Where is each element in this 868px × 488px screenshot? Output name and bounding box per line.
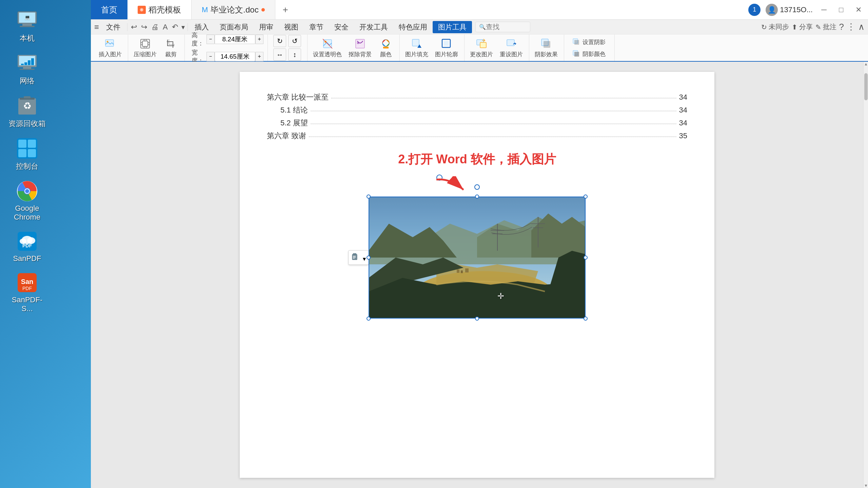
tab-home[interactable]: 首页 <box>91 0 127 19</box>
compress-button[interactable]: 压缩图片 <box>131 36 159 60</box>
desktop-icon-sanpdf[interactable]: PDF SanPDF <box>5 228 49 266</box>
menu-chapter[interactable]: 章节 <box>304 21 329 33</box>
rotate-right-button[interactable]: ↻ <box>273 35 286 47</box>
share-label: 分享 <box>799 22 813 32</box>
handle-bottom-right[interactable] <box>584 317 588 321</box>
tab-doc[interactable]: M 毕业论文.doc <box>191 0 275 19</box>
search-input[interactable] <box>486 23 527 31</box>
transparency-icon <box>321 38 334 50</box>
handle-top-mid[interactable] <box>475 195 479 199</box>
collapse-button[interactable]: ∧ <box>858 22 865 32</box>
outline-button[interactable]: 图片轮廓 <box>432 36 461 60</box>
menu-picture[interactable]: 图片工具 <box>433 21 472 33</box>
width-decrease-button[interactable]: － <box>206 52 215 61</box>
red-arrow-svg <box>416 176 484 195</box>
desktop-icon-chrome[interactable]: Google Chrome <box>5 178 49 224</box>
vertical-scrollbar[interactable]: ▲ ▼ <box>863 62 868 488</box>
rotate-buttons: ↻ ↺ ↔ ↕ <box>271 34 304 62</box>
search-box[interactable]: 🔍 <box>475 22 530 32</box>
computer-label: 本机 <box>20 33 35 43</box>
insert-picture-button[interactable]: 插入图片 <box>96 36 124 60</box>
svg-rect-51 <box>507 40 514 46</box>
insert-picture-label: 插入图片 <box>99 50 122 58</box>
svg-rect-12 <box>23 67 31 69</box>
svg-rect-50 <box>480 42 486 48</box>
handle-bottom-mid[interactable] <box>475 317 479 321</box>
document-scroll[interactable]: 第六章 比较一派至 34 5.1 结论 34 5.2 展望 34 <box>91 62 863 488</box>
bg-remove-button[interactable]: 抠除背景 <box>346 36 374 60</box>
width-increase-button[interactable]: ＋ <box>255 52 263 61</box>
handle-top-right[interactable] <box>584 195 588 199</box>
undo2-button[interactable]: ↶ <box>170 23 180 32</box>
desktop-icon-sanpdf2[interactable]: San PDF SanPDF-S... <box>5 269 49 316</box>
close-button[interactable]: ✕ <box>852 4 865 16</box>
user-profile[interactable]: 👤 13715O... <box>766 4 813 16</box>
menu-view[interactable]: 视图 <box>279 21 304 33</box>
menu-file[interactable]: 文件 <box>101 21 126 33</box>
handle-mid-right[interactable] <box>584 256 588 260</box>
desktop-icon-network[interactable]: 网络 <box>5 49 49 89</box>
share-button[interactable]: ⬆ 分享 <box>792 22 813 32</box>
image-wrapper: ▾ <box>369 197 586 319</box>
help-button[interactable]: ? <box>839 22 844 32</box>
width-input[interactable] <box>215 52 255 61</box>
menu-devtools[interactable]: 开发工具 <box>354 21 393 33</box>
rotate-left-button[interactable]: ↺ <box>288 35 301 47</box>
desktop-icon-recycle[interactable]: ♻ 资源回收箱 <box>5 92 49 131</box>
set-shadow-button[interactable]: 设置阴影 <box>570 36 608 47</box>
hamburger-icon[interactable]: ≡ <box>94 22 99 32</box>
minimize-button[interactable]: ─ <box>818 4 830 16</box>
user-num: 1 <box>753 6 756 13</box>
flip-h-button[interactable]: ↔ <box>273 48 286 61</box>
reset-picture-button[interactable]: 重设图片 <box>497 36 526 60</box>
more-button[interactable]: ⋮ <box>847 22 855 32</box>
title-bar: 首页 ❋ 稻壳模板 M 毕业论文.doc + 1 👤 13715O... <box>91 0 868 20</box>
size-inputs: 高度： － ＋ 宽度： － ＋ <box>192 31 263 65</box>
change-picture-button[interactable]: 更改图片 <box>467 36 496 60</box>
handle-top-left[interactable] <box>367 195 371 199</box>
height-input[interactable] <box>215 35 255 44</box>
crop-button[interactable]: 裁剪 <box>161 36 181 60</box>
sync-button[interactable]: ↻ 未同步 <box>761 22 789 32</box>
style-group: 图片填充 图片轮廓 <box>402 35 465 61</box>
fill-button[interactable]: 图片填充 <box>402 36 431 60</box>
shadow-effect-button[interactable]: 阴影效果 <box>532 36 560 60</box>
svg-text:PDF: PDF <box>22 286 32 291</box>
new-tab-button[interactable]: + <box>279 3 292 17</box>
bg-group: 设置透明色 抠除背景 <box>310 35 400 61</box>
height-decrease-button[interactable]: － <box>206 35 215 44</box>
format-button[interactable]: A <box>161 23 170 32</box>
toc-page-3: 35 <box>679 131 687 140</box>
redo-button[interactable]: ↪ <box>139 23 149 32</box>
transparency-button[interactable]: 设置透明色 <box>310 36 344 60</box>
handle-mid-left[interactable] <box>367 256 371 260</box>
tab-template[interactable]: ❋ 稻壳模板 <box>127 0 191 19</box>
maximize-button[interactable]: □ <box>835 4 847 16</box>
menu-special[interactable]: 特色应用 <box>393 21 433 33</box>
picture-toolbar: 插入图片 压缩图片 <box>91 35 868 62</box>
handle-bottom-left[interactable] <box>367 317 371 321</box>
scrollbar-track[interactable] <box>864 101 868 483</box>
handle-rotate[interactable] <box>474 184 480 190</box>
height-increase-button[interactable]: ＋ <box>255 35 263 44</box>
review-button[interactable]: ✎ 批注 <box>815 22 836 32</box>
shadow-color-button[interactable]: 阴影颜色 <box>570 48 608 59</box>
toc-page-2: 34 <box>679 119 687 127</box>
svg-rect-2 <box>22 24 32 26</box>
float-paste-button[interactable]: ▾ <box>348 250 369 265</box>
recycle-icon: ♻ <box>16 95 38 117</box>
toc-text-0: 第六章 比较一派至 <box>267 92 329 102</box>
scroll-down-button[interactable]: ▼ <box>864 483 868 488</box>
desktop-icon-control[interactable]: 控制台 <box>5 135 49 174</box>
color-button[interactable]: 颜色 <box>376 36 396 60</box>
desktop-icon-computer[interactable]: 💻 本机 <box>5 7 49 46</box>
toc-text-1: 5.1 结论 <box>280 105 308 115</box>
print-button[interactable]: 🖨 <box>149 23 161 32</box>
flip-v-button[interactable]: ↕ <box>288 48 301 61</box>
menu-security[interactable]: 安全 <box>329 21 354 33</box>
scrollbar-thumb[interactable] <box>864 73 868 100</box>
undo-arrow[interactable]: ▾ <box>180 23 186 31</box>
scroll-up-button[interactable]: ▲ <box>864 62 868 66</box>
selected-image-container[interactable]: ✛ <box>369 197 586 319</box>
undo-button[interactable]: ↩ <box>129 23 139 32</box>
